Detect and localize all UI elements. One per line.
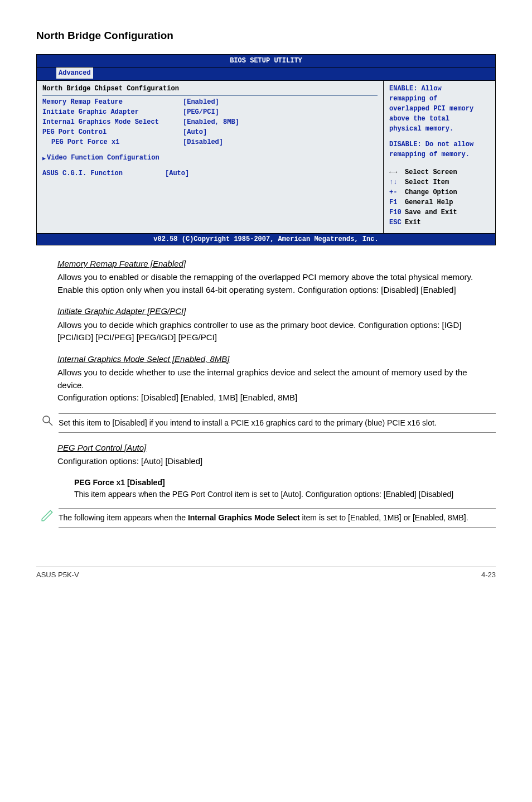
bios-key: F10 <box>389 207 405 218</box>
bios-title: BIOS SETUP UTILITY <box>37 55 495 67</box>
bios-value: [Auto] <box>165 168 378 178</box>
bios-value: [Enabled] <box>183 97 378 107</box>
footer-left: ASUS P5K-V <box>36 569 79 581</box>
bios-row-peg-port-force-x1: PEG Port Force x1 [Disabled] <box>42 137 378 147</box>
subsection-heading: Initiate Graphic Adapter [PEG/PCI] <box>57 305 496 318</box>
bios-label: ASUS C.G.I. Function <box>42 168 165 178</box>
bios-screenshot: BIOS SETUP UTILITY Advanced North Bridge… <box>36 54 496 245</box>
arrows-lr-icon: ←→ <box>389 167 405 177</box>
subsection-peg-port-control: PEG Port Control [Auto] Configuration op… <box>57 442 496 468</box>
subsection-memory-remap: Memory Remap Feature [Enabled] Allows yo… <box>57 258 496 297</box>
subsection-heading: Internal Graphics Mode Select [Enabled, … <box>57 353 496 366</box>
bios-key: F1 <box>389 197 405 207</box>
subsection-initiate-graphic: Initiate Graphic Adapter [PEG/PCI] Allow… <box>57 305 496 344</box>
bios-help-line: ENABLE: Allow <box>389 84 490 94</box>
page-footer: ASUS P5K-V 4-23 <box>36 567 496 581</box>
note-text-post: item is set to [Enabled, 1MB] or [Enable… <box>300 513 468 522</box>
bios-help-line: DISABLE: Do not allow <box>389 139 490 149</box>
bios-key-desc: Select Item <box>405 178 449 186</box>
bios-row-memory-remap: Memory Remap Feature [Enabled] <box>42 97 378 107</box>
bios-key-desc: Save and Exit <box>405 209 457 216</box>
subsection-body: This item appears when the PEG Port Cont… <box>74 489 496 500</box>
bios-section-header: North Bridge Chipset Configuration <box>42 84 378 96</box>
bios-row-initiate-graphic: Initiate Graphic Adapter [PEG/PCI] <box>42 107 378 117</box>
bios-tab-row: Advanced <box>37 67 495 81</box>
subsection-body: Allows you to decide whether to use the … <box>57 366 496 392</box>
bios-label: Memory Remap Feature <box>42 97 183 107</box>
bios-row-peg-port-control: PEG Port Control [Auto] <box>42 127 378 137</box>
bios-help-line: physical memory. <box>389 124 490 134</box>
subsection-body: Configuration options: [Disabled] [Enabl… <box>57 392 496 404</box>
bios-key: ↑↓ <box>389 177 405 187</box>
bios-key-desc: Select Screen <box>405 168 457 176</box>
pencil-icon <box>36 508 59 528</box>
footer-right: 4-23 <box>481 569 496 581</box>
bios-help-text: ENABLE: Allow remapping of overlapped PC… <box>389 84 490 167</box>
bios-label: Internal Graphics Mode Select <box>42 117 183 127</box>
bios-key-desc: Exit <box>405 219 421 226</box>
note-text-bold: Internal Graphics Mode Select <box>188 513 300 522</box>
bios-help-line: remapping of memory. <box>389 149 490 160</box>
bios-key: +- <box>389 187 405 197</box>
bios-row-asus-cgi-function: ASUS C.G.I. Function [Auto] <box>42 168 378 178</box>
bios-value: [Disabled] <box>183 137 378 147</box>
bios-key-desc: General Help <box>405 199 453 206</box>
bios-value: [Auto] <box>183 127 378 137</box>
bios-label: Initiate Graphic Adapter <box>42 107 183 117</box>
note-block: The following item appears when the Inte… <box>36 508 496 528</box>
bios-key-legend: ←→Select Screen ↑↓Select Item +-Change O… <box>389 167 490 228</box>
note-block: Set this item to [Disabled] if you inten… <box>36 413 496 433</box>
subsection-body: Configuration options: [Auto] [Disabled] <box>57 455 496 468</box>
note-text: The following item appears when the Inte… <box>59 508 496 528</box>
magnifier-icon <box>36 414 59 432</box>
bios-key-desc: Change Option <box>405 189 457 196</box>
subsection-body: Allows you to enabled or disable the rem… <box>57 271 496 296</box>
bios-row-int-graphics-mode: Internal Graphics Mode Select [Enabled, … <box>42 117 378 127</box>
bios-help-line: overlapped PCI memory <box>389 104 490 114</box>
bios-label: Video Function Configuration <box>47 153 187 163</box>
subsection-heading: PEG Force x1 [Disabled] <box>74 477 496 489</box>
bios-label: PEG Port Force x1 <box>51 137 183 147</box>
bios-value: [Enabled, 8MB] <box>183 117 378 127</box>
bios-value: [PEG/PCI] <box>183 107 378 117</box>
bios-help-line: remapping of <box>389 94 490 104</box>
bios-right-panel: ENABLE: Allow remapping of overlapped PC… <box>384 81 495 233</box>
subsection-internal-graphics: Internal Graphics Mode Select [Enabled, … <box>57 353 496 404</box>
subsection-peg-force-x1: PEG Force x1 [Disabled] This item appear… <box>57 477 496 500</box>
note-text: Set this item to [Disabled] if you inten… <box>59 413 496 433</box>
bios-help-line: above the total <box>389 114 490 124</box>
bios-label: PEG Port Control <box>42 127 183 137</box>
bios-footer: v02.58 (C)Copyright 1985-2007, American … <box>37 233 495 245</box>
bios-left-panel: North Bridge Chipset Configuration Memor… <box>37 81 384 233</box>
subsection-heading: PEG Port Control [Auto] <box>57 442 496 455</box>
bios-row-video-function-configuration: Video Function Configuration <box>47 153 378 163</box>
bios-tab-advanced: Advanced <box>56 67 93 79</box>
note-text-pre: The following item appears when the <box>59 513 188 522</box>
bios-key: ESC <box>389 218 405 228</box>
subsection-body: Allows you to decide which graphics cont… <box>57 319 496 344</box>
svg-line-1 <box>49 422 52 426</box>
subsection-heading: Memory Remap Feature [Enabled] <box>57 258 496 270</box>
page-title: North Bridge Configuration <box>36 28 496 44</box>
